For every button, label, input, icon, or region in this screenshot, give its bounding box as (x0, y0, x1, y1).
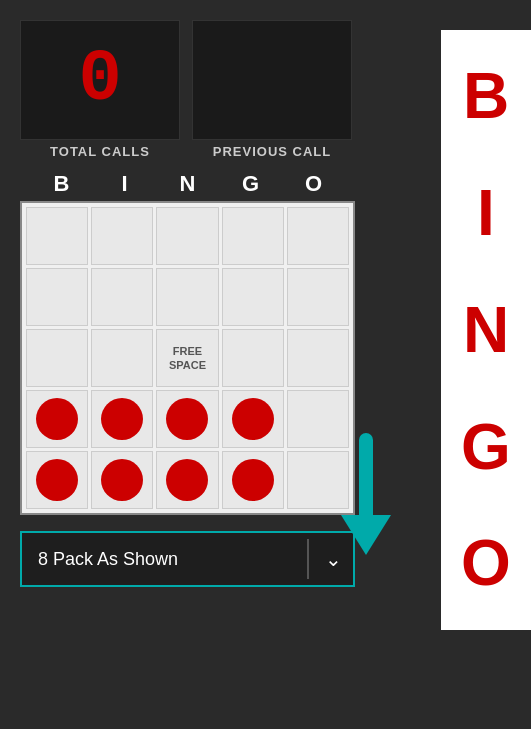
bingo-marker (166, 398, 208, 440)
bingo-cell (26, 329, 88, 387)
bingo-cell (222, 451, 284, 509)
bingo-cell (156, 207, 218, 265)
bingo-cell: FREE SPACE (156, 329, 218, 387)
display-panels: 0 TOTAL CALLS PREVIOUS CALL (20, 20, 511, 159)
bingo-cell (222, 268, 284, 326)
bingo-cell (156, 268, 218, 326)
bingo-cell (26, 207, 88, 265)
bingo-col-b: B (34, 171, 89, 197)
side-letter-n: N (463, 295, 509, 365)
bingo-cell (26, 268, 88, 326)
bingo-cell (222, 207, 284, 265)
total-calls-value: 0 (78, 44, 121, 116)
bingo-cell (222, 390, 284, 448)
bingo-grid: FREE SPACE (26, 207, 349, 509)
total-calls-label: TOTAL CALLS (50, 144, 150, 159)
bingo-col-o: O (286, 171, 341, 197)
bingo-column-headers: B I N G O (20, 171, 355, 197)
side-letter-o: O (461, 528, 511, 598)
bingo-col-n: N (160, 171, 215, 197)
bingo-card: FREE SPACE (20, 201, 355, 515)
bingo-side-panel: B I N G O (441, 30, 531, 630)
bingo-marker (166, 459, 208, 501)
bingo-marker (232, 398, 274, 440)
total-calls-display: 0 (20, 20, 180, 140)
bingo-cell (26, 390, 88, 448)
previous-call-display (192, 20, 352, 140)
teal-arrow (336, 430, 416, 550)
previous-call-label: PREVIOUS CALL (213, 144, 331, 159)
bingo-cell (287, 207, 349, 265)
bingo-cell (156, 451, 218, 509)
bingo-cell (91, 207, 153, 265)
bingo-marker (101, 459, 143, 501)
side-letter-b: B (463, 61, 509, 131)
bingo-marker (36, 459, 78, 501)
bingo-cell (91, 390, 153, 448)
bingo-marker (101, 398, 143, 440)
bingo-cell (287, 329, 349, 387)
total-calls-panel: 0 TOTAL CALLS (20, 20, 180, 159)
bingo-col-g: G (223, 171, 278, 197)
dropdown-divider (307, 539, 309, 579)
free-space-label: FREE SPACE (157, 344, 217, 373)
bingo-cell (91, 329, 153, 387)
bingo-marker (36, 398, 78, 440)
bingo-cell (287, 268, 349, 326)
bingo-marker (232, 459, 274, 501)
svg-marker-1 (341, 515, 391, 555)
dropdown-wrapper[interactable]: 8 Pack As Shown4 Pack6 Pack12 Pack ⌄ (20, 531, 355, 587)
bingo-cell (26, 451, 88, 509)
bingo-cell (222, 329, 284, 387)
side-letter-g: G (461, 412, 511, 482)
bingo-col-i: I (97, 171, 152, 197)
previous-call-panel: PREVIOUS CALL (192, 20, 352, 159)
pack-select[interactable]: 8 Pack As Shown4 Pack6 Pack12 Pack (22, 549, 303, 569)
side-letter-i: I (477, 178, 495, 248)
bingo-cell (91, 451, 153, 509)
bingo-cell (91, 268, 153, 326)
bingo-cell (156, 390, 218, 448)
dropdown-container: 8 Pack As Shown4 Pack6 Pack12 Pack ⌄ (20, 531, 355, 587)
